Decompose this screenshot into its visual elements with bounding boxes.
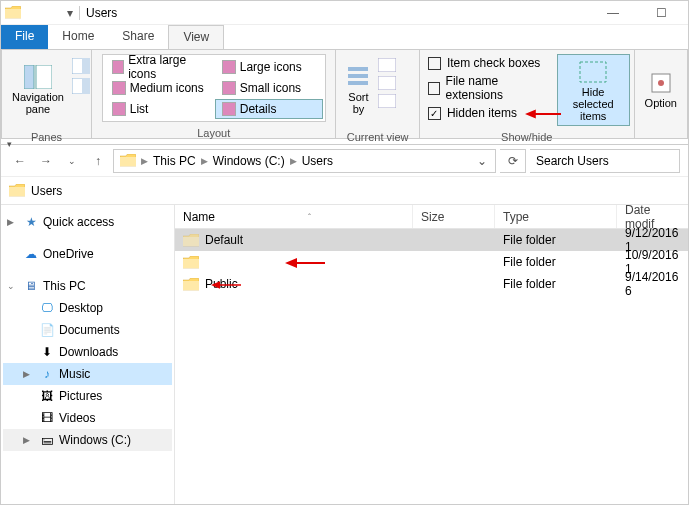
col-name[interactable]: Nameˆ xyxy=(175,205,413,228)
tree-downloads[interactable]: ⬇Downloads xyxy=(3,341,172,363)
videos-icon: 🎞 xyxy=(39,410,55,426)
svg-rect-8 xyxy=(348,81,368,85)
tree-music[interactable]: ▶♪Music xyxy=(3,363,172,385)
address-dropdown-icon[interactable]: ⌄ xyxy=(471,154,493,168)
tree-onedrive[interactable]: ☁OneDrive xyxy=(3,243,172,265)
tree-videos[interactable]: 🎞Videos xyxy=(3,407,172,429)
hide-selected-button[interactable]: Hide selected items xyxy=(557,54,630,126)
layout-details[interactable]: Details xyxy=(215,99,323,119)
navigation-pane-button[interactable]: Navigation pane xyxy=(6,54,70,126)
table-row[interactable]: Default File folder 9/12/2016 1 xyxy=(175,229,688,251)
folder-icon xyxy=(183,234,199,247)
chevron-right-icon[interactable]: ▶ xyxy=(289,156,298,166)
chevron-right-icon[interactable]: ▶ xyxy=(140,156,149,166)
search-input[interactable]: Search Users xyxy=(530,149,680,173)
svg-rect-12 xyxy=(580,62,606,82)
navigation-tree: ▶★Quick access ☁OneDrive ⌄🖥This PC 🖵Desk… xyxy=(1,205,175,505)
column-headers: Nameˆ Size Type Date modif xyxy=(175,205,688,229)
folder-icon xyxy=(183,256,199,269)
tree-cdrive[interactable]: ▶🖴Windows (C:) xyxy=(3,429,172,451)
tree-desktop[interactable]: 🖵Desktop xyxy=(3,297,172,319)
groupby-icon[interactable] xyxy=(378,58,396,72)
window-title: Users xyxy=(86,6,117,20)
preview-pane-icon[interactable] xyxy=(72,58,90,74)
col-type[interactable]: Type xyxy=(495,205,617,228)
svg-rect-5 xyxy=(82,78,90,94)
folder-icon xyxy=(9,184,25,197)
svg-rect-10 xyxy=(378,76,396,90)
annotation-arrow xyxy=(211,279,241,291)
back-button[interactable]: ← xyxy=(9,150,31,172)
options-button[interactable]: Option xyxy=(639,54,683,126)
breadcrumb-cdrive[interactable]: Windows (C:) xyxy=(209,154,289,168)
history-dropdown[interactable]: ⌄ xyxy=(61,150,83,172)
tab-home[interactable]: Home xyxy=(48,25,108,49)
annotation-arrow xyxy=(525,108,561,120)
minimize-icon[interactable]: — xyxy=(598,6,628,20)
tab-file[interactable]: File xyxy=(1,25,48,49)
hide-selected-icon xyxy=(578,58,608,84)
chevron-right-icon[interactable]: ▶ xyxy=(200,156,209,166)
group-panes-label: Panes xyxy=(2,130,91,144)
tree-thispc[interactable]: ⌄🖥This PC xyxy=(3,275,172,297)
tree-quick-access[interactable]: ▶★Quick access xyxy=(3,211,172,233)
folder-icon xyxy=(5,6,21,19)
navpane-icon xyxy=(24,65,52,89)
layout-small[interactable]: Small icons xyxy=(215,78,323,98)
quick-access-toolbar xyxy=(25,4,65,22)
up-button[interactable]: ↑ xyxy=(87,150,109,172)
desktop-icon: 🖵 xyxy=(39,300,55,316)
col-size[interactable]: Size xyxy=(413,205,495,228)
sort-icon xyxy=(346,65,370,89)
addcolumns-icon[interactable] xyxy=(378,76,396,90)
svg-rect-0 xyxy=(24,65,34,89)
tree-documents[interactable]: 📄Documents xyxy=(3,319,172,341)
group-currentview-label: Current view xyxy=(336,130,418,144)
cloud-icon: ☁ xyxy=(23,246,39,262)
location-label: Users xyxy=(31,184,62,198)
documents-icon: 📄 xyxy=(39,322,55,338)
group-layout-label: Layout xyxy=(92,126,335,140)
check-file-extensions[interactable]: File name extensions xyxy=(428,74,545,102)
checkmark-icon: ✓ xyxy=(428,107,441,120)
svg-point-14 xyxy=(658,80,664,86)
svg-rect-7 xyxy=(348,74,368,78)
layout-extra-large[interactable]: Extra large icons xyxy=(105,57,213,77)
music-icon: ♪ xyxy=(39,366,55,382)
annotation-arrow xyxy=(285,257,325,269)
col-date[interactable]: Date modif xyxy=(617,205,688,228)
svg-rect-3 xyxy=(82,58,90,74)
sort-by-button[interactable]: Sort by xyxy=(340,54,376,126)
maximize-icon[interactable]: ☐ xyxy=(646,6,676,20)
svg-rect-6 xyxy=(348,67,368,71)
pictures-icon: 🖼 xyxy=(39,388,55,404)
tab-share[interactable]: Share xyxy=(108,25,168,49)
computer-icon: 🖥 xyxy=(23,278,39,294)
qat-dropdown-icon[interactable]: ▾ xyxy=(67,6,73,20)
star-icon: ★ xyxy=(23,214,39,230)
breadcrumb-users[interactable]: Users xyxy=(298,154,337,168)
table-row[interactable]: Public File folder 9/14/2016 6 xyxy=(175,273,688,295)
options-icon xyxy=(649,71,673,95)
group-showhide-label: Show/hide xyxy=(420,130,634,144)
downloads-icon: ⬇ xyxy=(39,344,55,360)
svg-rect-11 xyxy=(378,94,396,108)
folder-icon xyxy=(183,278,199,291)
layout-medium[interactable]: Medium icons xyxy=(105,78,213,98)
layout-list[interactable]: List xyxy=(105,99,213,119)
details-pane-icon[interactable] xyxy=(72,78,90,94)
breadcrumb-thispc[interactable]: This PC xyxy=(149,154,200,168)
folder-icon xyxy=(120,154,136,167)
tree-pictures[interactable]: 🖼Pictures xyxy=(3,385,172,407)
svg-rect-9 xyxy=(378,58,396,72)
drive-icon: 🖴 xyxy=(39,432,55,448)
layout-large[interactable]: Large icons xyxy=(215,57,323,77)
forward-button[interactable]: → xyxy=(35,150,57,172)
table-row[interactable]: File folder 10/9/2016 1 xyxy=(175,251,688,273)
sizecolumns-icon[interactable] xyxy=(378,94,396,108)
address-bar[interactable]: ▶ This PC ▶ Windows (C:) ▶ Users ⌄ xyxy=(113,149,496,173)
check-item-checkboxes[interactable]: Item check boxes xyxy=(428,56,545,70)
refresh-button[interactable]: ⟳ xyxy=(500,149,526,173)
sort-asc-icon: ˆ xyxy=(308,212,311,222)
tab-view[interactable]: View xyxy=(168,25,224,49)
